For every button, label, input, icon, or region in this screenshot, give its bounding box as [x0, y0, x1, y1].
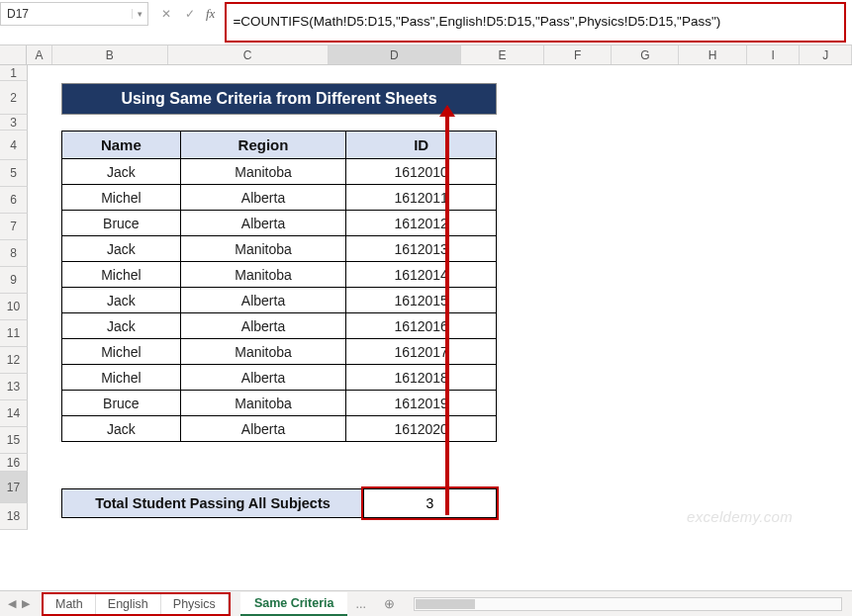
tab-math[interactable]: Math	[44, 594, 96, 614]
row-header[interactable]: 8	[0, 240, 28, 267]
table-cell[interactable]: Bruce	[62, 211, 181, 236]
table-cell[interactable]: 1612019	[346, 391, 497, 416]
table-cell[interactable]: Jack	[62, 313, 181, 339]
table-row[interactable]: MichelManitoba1612017	[62, 339, 497, 365]
column-headers: A B C D E F G H I J	[0, 45, 852, 65]
table-row[interactable]: JackManitoba1612013	[62, 236, 497, 262]
formula-bar-row: D17 ▾ ✕ ✓ fx =COUNTIFS(Math!D5:D15,"Pass…	[0, 0, 852, 45]
summary-value-cell[interactable]: 3	[364, 488, 497, 518]
row-header[interactable]: 17	[0, 472, 28, 503]
table-cell[interactable]: Manitoba	[180, 391, 346, 416]
table-row[interactable]: MichelManitoba1612014	[62, 262, 497, 288]
table-row[interactable]: JackAlberta1612020	[62, 416, 497, 442]
table-cell[interactable]: Alberta	[180, 313, 346, 339]
table-cell[interactable]: 1612013	[346, 236, 497, 262]
table-cell[interactable]: Jack	[62, 416, 181, 442]
table-row[interactable]: JackAlberta1612015	[62, 288, 497, 313]
row-header[interactable]: 1	[0, 65, 28, 81]
enter-icon[interactable]: ✓	[182, 7, 198, 21]
tab-same-criteria[interactable]: Same Criteria	[240, 592, 348, 616]
table-row[interactable]: BruceManitoba1612019	[62, 391, 497, 416]
row-header[interactable]: 6	[0, 187, 28, 214]
table-cell[interactable]: Alberta	[180, 211, 346, 236]
row-header[interactable]: 5	[0, 160, 28, 187]
row-header[interactable]: 13	[0, 374, 28, 400]
table-cell[interactable]: 1612018	[346, 365, 497, 391]
table-cell[interactable]: 1612017	[346, 339, 497, 365]
table-cell[interactable]: 1612011	[346, 185, 497, 211]
table-cell[interactable]: 1612012	[346, 211, 497, 236]
annotation-arrow	[445, 115, 449, 515]
sheet-tab-strip: ◀ ▶ Math English Physics Same Criteria .…	[0, 590, 852, 616]
table-cell[interactable]: Michel	[62, 262, 181, 288]
name-box-value: D17	[1, 5, 132, 23]
row-header[interactable]: 11	[0, 320, 28, 347]
row-header[interactable]: 12	[0, 347, 28, 374]
table-cell[interactable]: 1612016	[346, 313, 497, 339]
row-header[interactable]: 7	[0, 214, 28, 240]
tab-physics[interactable]: Physics	[161, 594, 229, 614]
table-cell[interactable]: Alberta	[180, 416, 346, 442]
table-row[interactable]: JackManitoba1612010	[62, 159, 497, 185]
row-header[interactable]: 2	[0, 81, 28, 115]
horizontal-scrollbar[interactable]	[414, 597, 842, 611]
name-box-dropdown-icon[interactable]: ▾	[132, 9, 147, 19]
col-header[interactable]: B	[52, 45, 168, 64]
table-cell[interactable]: Bruce	[62, 391, 181, 416]
col-header[interactable]: H	[679, 45, 746, 64]
row-header[interactable]: 14	[0, 400, 28, 427]
col-region: Region	[180, 132, 346, 159]
fx-icon[interactable]: fx	[206, 6, 215, 22]
row-header[interactable]: 9	[0, 267, 28, 294]
table-cell[interactable]: 1612020	[346, 416, 497, 442]
table-cell[interactable]: Michel	[62, 185, 181, 211]
sheet-title-text: Using Same Criteria from Different Sheet…	[121, 90, 436, 108]
table-cell[interactable]: Manitoba	[180, 159, 346, 185]
formula-bar[interactable]: =COUNTIFS(Math!D5:D15,"Pass",English!D5:…	[225, 2, 846, 43]
table-cell[interactable]: Michel	[62, 339, 181, 365]
table-row[interactable]: BruceAlberta1612012	[62, 211, 497, 236]
watermark: exceldemy.com	[687, 508, 793, 525]
tab-prev-icon[interactable]: ◀	[8, 597, 16, 610]
name-box[interactable]: D17 ▾	[0, 2, 148, 26]
select-all-corner[interactable]	[0, 45, 27, 64]
col-header[interactable]: J	[800, 45, 852, 64]
table-cell[interactable]: 1612010	[346, 159, 497, 185]
table-cell[interactable]: Manitoba	[180, 339, 346, 365]
table-row[interactable]: MichelAlberta1612011	[62, 185, 497, 211]
table-row[interactable]: JackAlberta1612016	[62, 313, 497, 339]
col-header[interactable]: D	[329, 45, 462, 64]
row-header[interactable]: 4	[0, 131, 28, 160]
tab-english[interactable]: English	[96, 594, 161, 614]
table-cell[interactable]: Jack	[62, 288, 181, 313]
table-cell[interactable]: 1612015	[346, 288, 497, 313]
cancel-icon[interactable]: ✕	[158, 7, 174, 21]
table-cell[interactable]: Manitoba	[180, 236, 346, 262]
tab-next-icon[interactable]: ▶	[22, 597, 30, 610]
table-cell[interactable]: Jack	[62, 159, 181, 185]
col-header[interactable]: I	[747, 45, 801, 64]
table-cell[interactable]: Alberta	[180, 185, 346, 211]
col-header[interactable]: C	[168, 45, 329, 64]
col-header[interactable]: G	[612, 45, 679, 64]
col-header[interactable]: F	[544, 45, 612, 64]
table-cell[interactable]: Manitoba	[180, 262, 346, 288]
row-header[interactable]: 10	[0, 294, 28, 320]
col-id: ID	[346, 132, 497, 159]
row-header[interactable]: 15	[0, 427, 28, 454]
row-header[interactable]: 16	[0, 454, 28, 472]
table-row[interactable]: MichelAlberta1612018	[62, 365, 497, 391]
scrollbar-thumb[interactable]	[416, 599, 475, 609]
table-cell[interactable]: 1612014	[346, 262, 497, 288]
col-header[interactable]: A	[27, 45, 51, 64]
col-header[interactable]: E	[461, 45, 544, 64]
table-cell[interactable]: Alberta	[180, 288, 346, 313]
table-cell[interactable]: Jack	[62, 236, 181, 262]
worksheet-cells[interactable]: Using Same Criteria from Different Sheet…	[28, 65, 852, 530]
table-cell[interactable]: Michel	[62, 365, 181, 391]
new-sheet-icon[interactable]: ⊕	[380, 594, 400, 614]
row-header[interactable]: 3	[0, 115, 28, 131]
table-cell[interactable]: Alberta	[180, 365, 346, 391]
tab-overflow[interactable]: ...	[347, 597, 373, 611]
row-header[interactable]: 18	[0, 503, 28, 530]
